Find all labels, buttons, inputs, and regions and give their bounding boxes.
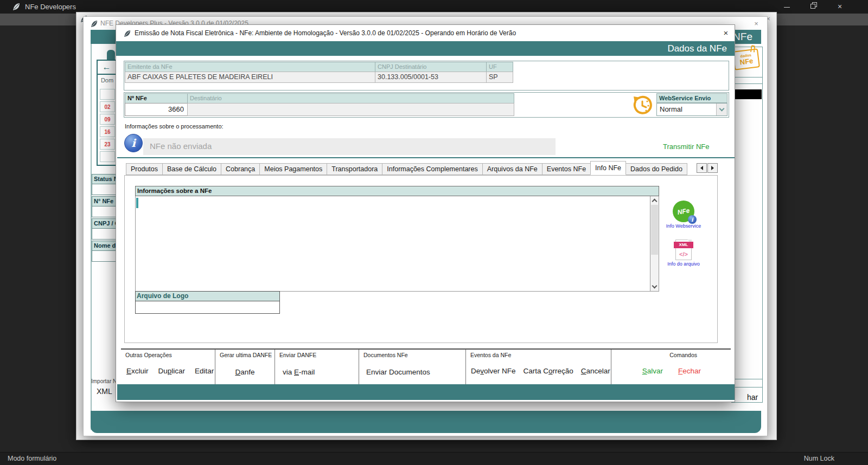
devolver-nfe-button[interactable]: Devolver NFe xyxy=(471,367,516,375)
emitente-group: Emitente da NFe CNPJ Destinatário UF ABF… xyxy=(124,61,729,91)
field-nfe-input[interactable] xyxy=(92,206,117,217)
dialog-close-icon[interactable]: × xyxy=(720,28,731,38)
dados-nfe-badge-icon[interactable]: dados NFe xyxy=(732,48,760,70)
via-email-button[interactable]: via E-mail xyxy=(283,368,315,376)
tab-base-de-calculo[interactable]: Base de Cálculo xyxy=(162,163,221,175)
close-button[interactable]: × xyxy=(831,0,849,14)
nfe-num-input[interactable]: 3660 xyxy=(125,103,188,116)
webservice-select[interactable]: Normal xyxy=(656,103,727,116)
xml-file-icon[interactable]: XML </> xyxy=(675,240,692,260)
tab-info-nfe[interactable]: Info NFe xyxy=(590,161,626,175)
tab-dados-do-pedido[interactable]: Dados do Pedido xyxy=(626,163,687,175)
enviar-documentos-button[interactable]: Enviar Documentos xyxy=(366,368,430,376)
calendar-cell[interactable] xyxy=(100,89,115,100)
calendar-cell[interactable]: 02 xyxy=(100,101,115,112)
plus-window-icon xyxy=(90,20,98,28)
chevron-down-icon xyxy=(719,106,725,112)
plus-window-bottom-band xyxy=(91,411,761,433)
processing-label: Informações sobre o processamento: xyxy=(125,123,224,130)
scrollbar[interactable] xyxy=(650,196,659,292)
divider xyxy=(732,387,762,388)
tab-meios-pagamentos[interactable]: Meios Pagamentos xyxy=(259,163,327,175)
section-eventos-da-nfe: Eventos da NFe Devolver NFe Carta Correç… xyxy=(465,350,611,385)
scroll-down-button[interactable] xyxy=(650,282,659,291)
calendar-cell[interactable]: 16 xyxy=(100,126,115,137)
calendar-cell[interactable]: 23 xyxy=(100,139,115,150)
section-title: Eventos da NFe xyxy=(470,352,611,358)
arquivo-logo-label: Arquivo de Logo xyxy=(135,291,280,301)
field-nome-input[interactable] xyxy=(92,251,117,262)
xml-button[interactable]: XML xyxy=(97,387,112,396)
info-icon: i xyxy=(124,134,143,152)
info-nfe-textarea[interactable] xyxy=(135,196,659,292)
calendar-cell[interactable] xyxy=(100,151,115,162)
info-badge-icon: i xyxy=(688,215,697,224)
duplicar-button[interactable]: Duplicar xyxy=(158,367,186,375)
excluir-button[interactable]: Excluir xyxy=(126,367,149,375)
arrow-right-icon xyxy=(711,166,714,170)
emitente-value: ABF CAIXAS E PALETES DE MADEIRA EIRELI xyxy=(125,72,375,83)
scroll-up-button[interactable] xyxy=(650,196,659,205)
cnpj-value: 30.133.005/0001-53 xyxy=(375,72,487,83)
field-nfe-label: N° NFe xyxy=(92,196,117,206)
calendar-handle xyxy=(107,50,115,61)
calendar-cell[interactable]: 09 xyxy=(100,114,115,125)
info-webservice-block: NFe i Info Webservice xyxy=(664,201,703,229)
transmitir-nfe-link[interactable]: Transmitir NFe xyxy=(663,143,709,151)
danfe-button[interactable]: Danfe xyxy=(235,368,254,376)
tab-produtos[interactable]: Produtos xyxy=(126,163,163,175)
nfe-group: Nº NFe Destinatário 3660 WebService Envi… xyxy=(124,92,729,118)
cancelar-button[interactable]: Cancelar xyxy=(581,367,610,375)
back-arrow-icon: ← xyxy=(103,62,111,72)
section-title: Outras Operações xyxy=(125,352,215,358)
chevron-down-icon xyxy=(652,283,658,289)
processing-status: NFe não enviada xyxy=(150,138,212,154)
importar-label: Importar N xyxy=(91,378,117,384)
actions-bar: Outras Operações Excluir Duplicar Editar… xyxy=(121,348,731,384)
info-arquivo-block: XML </> Info do arquivo xyxy=(664,240,703,267)
xml-badge: XML xyxy=(674,242,693,248)
chevron-up-icon xyxy=(652,199,658,204)
section-gerar-danfe: Gerar ultima DANFE Danfe xyxy=(215,350,275,385)
field-status-label: Status N xyxy=(92,174,117,184)
arquivo-logo-input[interactable] xyxy=(135,301,280,314)
right-panel: dados NFe har xyxy=(731,47,763,403)
dialog-band-title: Dados da NFe xyxy=(667,41,727,56)
fechar-partial-text[interactable]: har xyxy=(747,393,758,402)
tab-scroll-right-button[interactable] xyxy=(707,163,718,173)
calendar-back-button[interactable]: ← xyxy=(97,60,117,75)
info-webservice-icon[interactable]: NFe i xyxy=(673,201,694,222)
field-status-input[interactable] xyxy=(92,184,117,195)
uf-label: UF xyxy=(486,62,513,72)
tab-transportadora[interactable]: Transportadora xyxy=(327,163,382,175)
info-webservice-label: Info Webservice xyxy=(664,223,703,229)
paperclip-icon xyxy=(750,45,756,53)
section-comandos: Comandos Salvar Fechar xyxy=(611,350,731,385)
tab-informacoes-complementares[interactable]: Informações Complementares xyxy=(382,163,482,175)
minimize-button[interactable] xyxy=(777,0,796,14)
field-cnpj-input[interactable] xyxy=(92,229,117,240)
salvar-button[interactable]: Salvar xyxy=(642,367,663,375)
plus-window-close-icon[interactable]: × xyxy=(751,19,761,29)
section-documentos-nfe: Documentos NFe Enviar Documentos xyxy=(359,350,465,385)
scroll-thumb[interactable] xyxy=(651,205,658,255)
fechar-button[interactable]: Fechar xyxy=(678,367,701,375)
editar-button[interactable]: Editar xyxy=(195,367,214,375)
section-enviar-danfe: Enviar DANFE via E-mail xyxy=(275,350,359,385)
dropdown-button[interactable] xyxy=(716,104,727,115)
info-glyph: i xyxy=(131,137,136,150)
restore-button[interactable] xyxy=(803,0,822,14)
selected-row-sliver xyxy=(732,89,762,99)
tab-arquivos-da-nfe[interactable]: Arquivos da NFe xyxy=(482,163,542,175)
tab-cobranca[interactable]: Cobrança xyxy=(221,163,260,175)
section-title: Comandos xyxy=(611,352,697,358)
carta-correcao-button[interactable]: Carta Correção xyxy=(524,367,573,375)
divider xyxy=(732,77,762,78)
status-numlock: Num Lock xyxy=(804,453,834,465)
tab-strip: Produtos Base de Cálculo Cobrança Meios … xyxy=(126,161,687,175)
tab-scroll-left-button[interactable] xyxy=(697,163,707,173)
section-title: Enviar DANFE xyxy=(279,352,359,358)
history-clock-icon[interactable] xyxy=(631,95,652,115)
destinatario-input[interactable] xyxy=(187,103,514,116)
tab-eventos-nfe[interactable]: Eventos NFe xyxy=(542,163,591,175)
